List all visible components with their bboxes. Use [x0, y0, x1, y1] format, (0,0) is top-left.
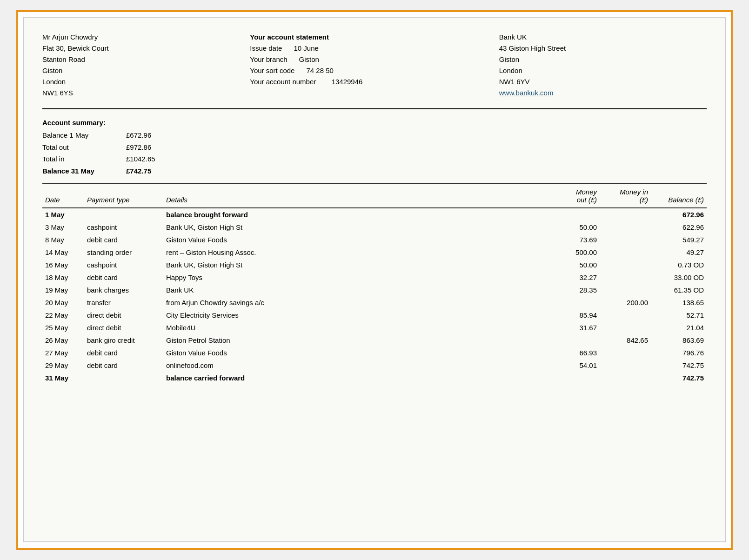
cell-out: 32.27: [548, 271, 600, 284]
cell-balance: 33.00 OD: [651, 271, 707, 284]
customer-name: Mr Arjun Chowdry: [42, 32, 250, 43]
cell-in: 842.65: [600, 334, 651, 347]
cell-out: 50.00: [548, 221, 600, 233]
col-header-in: Money in(£): [600, 184, 651, 208]
customer-address: Mr Arjun Chowdry Flat 30, Bewick Court S…: [42, 32, 250, 99]
cell-balance: 742.75: [651, 372, 707, 384]
cell-out: 73.69: [548, 233, 600, 246]
cell-out: [548, 208, 600, 221]
cell-payment: bank charges: [84, 284, 163, 296]
bank-addr4: NW1 6YV: [499, 76, 707, 87]
bank-name: Bank UK: [499, 32, 707, 43]
table-row: 25 Maydirect debitMobile4U31.6721.04: [42, 321, 707, 334]
cell-balance: 549.27: [651, 233, 707, 246]
header-section: Mr Arjun Chowdry Flat 30, Bewick Court S…: [42, 32, 707, 99]
summary-label-0: Balance 1 May: [42, 129, 126, 141]
cell-details: Mobile4U: [163, 321, 548, 334]
cell-balance: 796.76: [651, 347, 707, 359]
table-row: 31 Maybalance carried forward742.75: [42, 372, 707, 384]
table-row: 19 Maybank chargesBank UK28.3561.35 OD: [42, 284, 707, 296]
table-row: 16 MaycashpointBank UK, Giston High St50…: [42, 259, 707, 271]
outer-border: Mr Arjun Chowdry Flat 30, Bewick Court S…: [16, 10, 733, 550]
cell-in: [600, 208, 651, 221]
bank-website[interactable]: www.bankuk.com: [499, 89, 554, 97]
cell-in: [600, 271, 651, 284]
table-row: 26 Maybank giro creditGiston Petrol Stat…: [42, 334, 707, 347]
header-divider: [42, 108, 707, 109]
cell-details: rent – Giston Housing Assoc.: [163, 246, 548, 259]
table-row: 18 Maydebit cardHappy Toys32.2733.00 OD: [42, 271, 707, 284]
cell-in: [600, 359, 651, 372]
col-header-details: Details: [163, 184, 548, 208]
table-row: 20 Maytransferfrom Arjun Chowdry savings…: [42, 296, 707, 309]
cell-out: [548, 334, 600, 347]
cell-details: from Arjun Chowdry savings a/c: [163, 296, 548, 309]
transaction-table: Date Payment type Details Moneyout (£) M…: [42, 183, 707, 384]
bank-addr1: 43 Giston High Street: [499, 43, 707, 54]
cell-in: [600, 259, 651, 271]
col-header-date: Date: [42, 184, 84, 208]
account-value: 13429946: [332, 78, 363, 86]
cell-details: Giston Value Foods: [163, 347, 548, 359]
branch-value: Giston: [299, 55, 319, 63]
summary-row-in: Total in £1042.65: [42, 153, 707, 165]
cell-date: 18 May: [42, 271, 84, 284]
summary-value-3: £742.75: [126, 165, 173, 177]
cell-details: City Electricity Services: [163, 309, 548, 321]
cell-in: [600, 309, 651, 321]
cell-date: 29 May: [42, 359, 84, 372]
cell-details: Bank UK, Giston High St: [163, 259, 548, 271]
cell-out: 500.00: [548, 246, 600, 259]
inner-card: Mr Arjun Chowdry Flat 30, Bewick Court S…: [23, 17, 726, 542]
table-row: 22 Maydirect debitCity Electricity Servi…: [42, 309, 707, 321]
bank-info: Bank UK 43 Giston High Street Giston Lon…: [499, 32, 707, 99]
summary-value-1: £972.86: [126, 141, 173, 153]
cell-payment: [84, 372, 163, 384]
sort-value: 74 28 50: [306, 67, 333, 74]
bank-addr3: London: [499, 65, 707, 76]
cell-balance: 622.96: [651, 221, 707, 233]
cell-payment: transfer: [84, 296, 163, 309]
summary-row-out: Total out £972.86: [42, 141, 707, 153]
cell-details: Giston Value Foods: [163, 233, 548, 246]
summary-value-0: £672.96: [126, 129, 173, 141]
cell-out: 66.93: [548, 347, 600, 359]
cell-date: 22 May: [42, 309, 84, 321]
summary-label-2: Total in: [42, 153, 126, 165]
cell-date: 19 May: [42, 284, 84, 296]
table-row: 29 Maydebit cardonlinefood.com54.01742.7…: [42, 359, 707, 372]
table-row: 3 MaycashpointBank UK, Giston High St50.…: [42, 221, 707, 233]
cell-date: 16 May: [42, 259, 84, 271]
cell-date: 3 May: [42, 221, 84, 233]
summary-row-balance1: Balance 1 May £672.96: [42, 129, 707, 141]
cell-details: balance carried forward: [163, 372, 548, 384]
cell-balance: 52.71: [651, 309, 707, 321]
cell-date: 1 May: [42, 208, 84, 221]
cell-date: 20 May: [42, 296, 84, 309]
cell-in: [600, 372, 651, 384]
cell-details: Bank UK: [163, 284, 548, 296]
table-row: 8 Maydebit cardGiston Value Foods73.6954…: [42, 233, 707, 246]
cell-date: 25 May: [42, 321, 84, 334]
cell-out: 54.01: [548, 359, 600, 372]
cell-payment: debit card: [84, 347, 163, 359]
branch-label: Your branch: [250, 55, 287, 63]
statement-details: Your account statement Issue date 10 Jun…: [250, 32, 499, 99]
cell-payment: bank giro credit: [84, 334, 163, 347]
cell-date: 8 May: [42, 233, 84, 246]
cell-payment: direct debit: [84, 309, 163, 321]
cell-payment: debit card: [84, 359, 163, 372]
customer-addr3: Giston: [42, 65, 250, 76]
cell-date: 26 May: [42, 334, 84, 347]
cell-in: [600, 347, 651, 359]
cell-out: [548, 296, 600, 309]
cell-payment: standing order: [84, 246, 163, 259]
cell-in: [600, 221, 651, 233]
cell-in: 200.00: [600, 296, 651, 309]
table-row: 1 Maybalance brought forward672.96: [42, 208, 707, 221]
cell-out: 28.35: [548, 284, 600, 296]
cell-out: 31.67: [548, 321, 600, 334]
cell-date: 27 May: [42, 347, 84, 359]
cell-balance: 672.96: [651, 208, 707, 221]
summary-value-2: £1042.65: [126, 153, 173, 165]
